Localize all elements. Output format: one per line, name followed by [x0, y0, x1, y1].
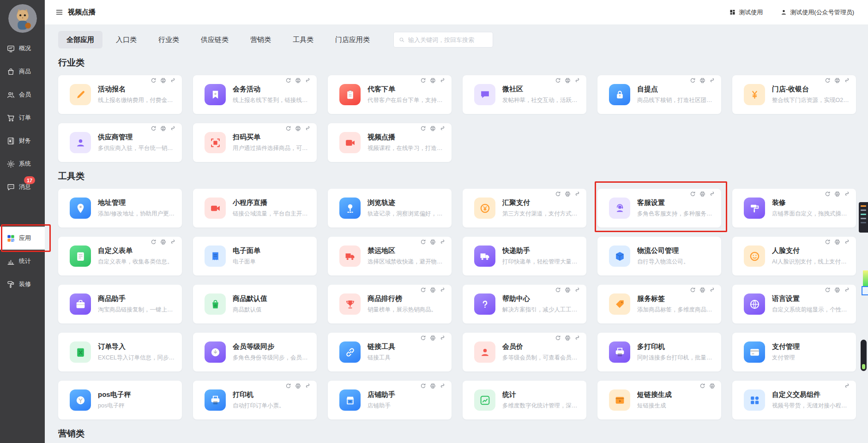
app-card[interactable]: 门店-收银台 整合线下门店资源，实现O2O异...: [732, 75, 856, 114]
link-action-icon[interactable]: [844, 78, 850, 84]
refresh-action-icon[interactable]: [690, 78, 696, 84]
link-action-icon[interactable]: [440, 126, 446, 132]
app-card[interactable]: 视频点播 视频课程，在线学习，打造知识...: [328, 123, 452, 162]
refresh-action-icon[interactable]: [825, 287, 831, 293]
refresh-action-icon[interactable]: [555, 78, 561, 84]
app-card[interactable]: 装修 店铺界面自定义，拖拽式操作，...: [732, 189, 856, 227]
printer-action-icon[interactable]: [295, 78, 301, 84]
app-card[interactable]: 商品默认值 商品默认值: [193, 285, 317, 323]
sidebar-item-finance[interactable]: 财务: [0, 129, 45, 152]
printer-action-icon[interactable]: [834, 78, 840, 84]
printer-action-icon[interactable]: [565, 287, 571, 293]
printer-action-icon[interactable]: [834, 239, 840, 245]
printer-action-icon[interactable]: [699, 78, 705, 84]
link-action-icon[interactable]: [170, 126, 176, 132]
app-card[interactable]: 自定义交易组件 视频号带货，无缝对接小程序。: [732, 381, 856, 419]
app-card[interactable]: 支付管理 支付管理: [732, 333, 856, 371]
link-action-icon[interactable]: [844, 191, 850, 197]
app-card[interactable]: 商品排行榜 销量榜单，展示热销商品。: [328, 285, 452, 323]
printer-action-icon[interactable]: [834, 287, 840, 293]
refresh-action-icon[interactable]: [690, 287, 696, 293]
app-card[interactable]: 会务活动 线上报名线下签到，链接线下活...: [193, 75, 317, 114]
printer-action-icon[interactable]: [430, 335, 436, 341]
printer-action-icon[interactable]: [709, 383, 715, 389]
app-card[interactable]: 统计 多维度数字化统计管理，深度了...: [463, 381, 586, 419]
app-card[interactable]: 扫码买单 用户通过插件选择商品，可以直...: [193, 123, 317, 162]
printer-action-icon[interactable]: [565, 78, 571, 84]
printer-action-icon[interactable]: [565, 191, 571, 197]
app-card[interactable]: 代客下单 代替客户在后台下单，支持自营...: [328, 75, 452, 114]
sidebar-item-stats[interactable]: 统计: [0, 250, 45, 273]
refresh-action-icon[interactable]: [555, 335, 561, 341]
app-card[interactable]: 客服设置 多角色客服支持，多种服务入口。: [597, 189, 721, 227]
tab-5[interactable]: 工具类: [284, 31, 322, 48]
app-card[interactable]: 地址管理 添加/修改地址，协助用户更改信...: [58, 189, 182, 227]
app-card[interactable]: 电子面单 电子面单: [193, 237, 317, 275]
link-action-icon[interactable]: [305, 383, 311, 389]
link-action-icon[interactable]: [844, 239, 850, 245]
link-action-icon[interactable]: [440, 383, 446, 389]
refresh-action-icon[interactable]: [825, 191, 831, 197]
sidebar-item-apps[interactable]: 应用: [0, 227, 45, 250]
link-action-icon[interactable]: [574, 287, 580, 293]
link-action-icon[interactable]: [305, 126, 311, 132]
app-card[interactable]: 禁运地区 选择区域禁收快递，避开物流收...: [328, 237, 452, 275]
refresh-action-icon[interactable]: [151, 239, 157, 245]
workspace-switcher[interactable]: 测试使用: [729, 8, 763, 17]
sidebar-item-order[interactable]: 订单: [0, 106, 45, 129]
app-card[interactable]: 微社区 发帖种草，社交互动，活跃带货。: [463, 75, 586, 114]
sidebar-item-deco[interactable]: 装修: [0, 273, 45, 296]
app-card[interactable]: 多打印机 同时连接多台打印机，批量完成...: [597, 333, 721, 371]
edge-widget-toolbar[interactable]: [859, 202, 868, 233]
printer-action-icon[interactable]: [430, 126, 436, 132]
link-action-icon[interactable]: [440, 287, 446, 293]
refresh-action-icon[interactable]: [420, 383, 426, 389]
menu-toggle-icon[interactable]: [55, 8, 63, 16]
app-card[interactable]: 自定义表单 自定义表单，收集各类信息。: [58, 237, 182, 275]
refresh-action-icon[interactable]: [825, 78, 831, 84]
tab-2[interactable]: 行业类: [150, 31, 187, 48]
app-card[interactable]: 快递助手 打印快递单，轻松管理大量订单。: [463, 237, 586, 275]
app-card[interactable]: 汇聚支付 第三方支付渠道，支付方式多样...: [463, 189, 586, 227]
app-card[interactable]: 会员价 多等级会员制，可查看会员价，...: [463, 333, 586, 371]
app-card[interactable]: 自提点 商品线下核销，打造社区团购平...: [597, 75, 721, 114]
account-menu[interactable]: 测试使用(公众号管理员): [780, 8, 854, 17]
tab-6[interactable]: 门店应用类: [327, 31, 378, 48]
avatar[interactable]: [8, 4, 37, 33]
printer-action-icon[interactable]: [160, 78, 166, 84]
printer-action-icon[interactable]: [699, 191, 705, 197]
link-action-icon[interactable]: [440, 335, 446, 341]
refresh-action-icon[interactable]: [690, 191, 696, 197]
printer-action-icon[interactable]: [430, 78, 436, 84]
printer-action-icon[interactable]: [160, 239, 166, 245]
tab-4[interactable]: 营销类: [242, 31, 279, 48]
refresh-action-icon[interactable]: [420, 335, 426, 341]
app-card[interactable]: 人脸支付 AI人脸识别支付，线上支付即成...: [732, 237, 856, 275]
refresh-action-icon[interactable]: [151, 126, 157, 132]
app-card[interactable]: 会员等级同步 多角色身份等级同步，会员成长...: [193, 333, 317, 371]
refresh-action-icon[interactable]: [420, 287, 426, 293]
tab-1[interactable]: 入口类: [108, 31, 145, 48]
link-action-icon[interactable]: [574, 191, 580, 197]
refresh-action-icon[interactable]: [420, 239, 426, 245]
app-card[interactable]: 服务标签 添加商品标签，多维度商品标记。: [597, 285, 721, 323]
refresh-action-icon[interactable]: [420, 126, 426, 132]
refresh-action-icon[interactable]: [825, 239, 831, 245]
link-action-icon[interactable]: [440, 239, 446, 245]
refresh-action-icon[interactable]: [555, 191, 561, 197]
app-card[interactable]: 店铺助手 店铺助手: [328, 381, 452, 419]
app-card[interactable]: 活动报名 线上报名缴纳费用，付费金额营...: [58, 75, 182, 114]
refresh-action-icon[interactable]: [285, 126, 291, 132]
printer-action-icon[interactable]: [834, 191, 840, 197]
refresh-action-icon[interactable]: [555, 287, 561, 293]
printer-action-icon[interactable]: [430, 383, 436, 389]
app-card[interactable]: 物流公司管理 自行导入物流公司。: [597, 237, 721, 275]
sidebar-item-system[interactable]: 系统: [0, 152, 45, 175]
app-card[interactable]: pos电子秤 pos电子秤: [58, 381, 182, 419]
app-card[interactable]: 浏览轨迹 轨迹记录，洞察浏览偏好，进行...: [328, 189, 452, 227]
sidebar-item-goods[interactable]: 商品: [0, 60, 45, 83]
app-card[interactable]: 商品助手 淘宝商品链接复制，一键上传至...: [58, 285, 182, 323]
refresh-action-icon[interactable]: [285, 78, 291, 84]
link-action-icon[interactable]: [440, 78, 446, 84]
printer-action-icon[interactable]: [295, 126, 301, 132]
